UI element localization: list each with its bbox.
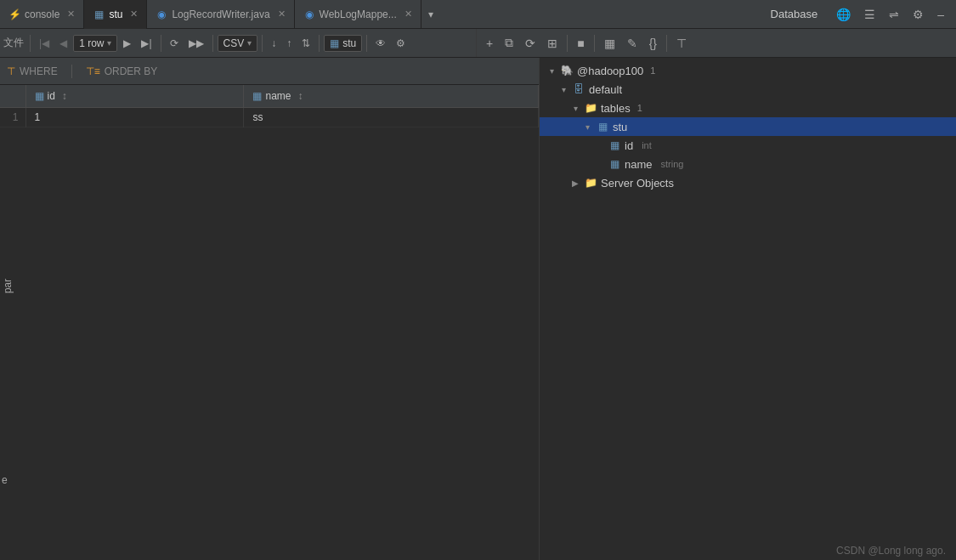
id-col-label: id (625, 139, 633, 152)
data-table: ▦ id ↕ ▦ name ↕ (0, 85, 539, 560)
db-header-buttons: 🌐 ☰ ⇌ ⚙ – (831, 5, 956, 24)
order-by-label: ORDER BY (105, 65, 158, 77)
root-label: @hadoop100 (577, 65, 643, 77)
col-name-sort[interactable]: ↕ (297, 90, 303, 102)
more-nav-btn[interactable]: ▶▶ (184, 35, 208, 52)
tree-item-id[interactable]: ▶ ▦ id int (540, 136, 956, 155)
db-table-view-btn[interactable]: ▦ (600, 34, 619, 53)
db-sql-btn[interactable]: {} (645, 34, 661, 53)
tables-label: tables (601, 102, 631, 115)
eye-btn[interactable]: 👁 (371, 35, 390, 52)
tab-console-close[interactable]: ✕ (67, 8, 75, 20)
db-sync-btn[interactable]: ⇌ (884, 5, 904, 24)
row-1-id[interactable]: 1 (25, 108, 244, 127)
tab-more-btn[interactable]: ▾ (421, 8, 440, 20)
db-list-btn[interactable]: ☰ (859, 5, 880, 24)
db-schema-btn[interactable]: ⊞ (543, 34, 562, 53)
db-copy-btn[interactable]: ⧉ (501, 33, 518, 53)
main-layout: ⊤ WHERE ⊤≡ ORDER BY ▦ id (0, 58, 956, 560)
next-row-btn[interactable]: ▶ (119, 35, 135, 52)
watermark-text: CSDN @Long long ago. (836, 545, 946, 557)
tree-item-default[interactable]: ▾ 🗄 default (540, 80, 956, 99)
tab-weblogmapper-label: WebLogMappe... (320, 8, 397, 20)
csv-arrow[interactable]: ▾ (247, 38, 252, 48)
right-panel: ▾ 🐘 @hadoop100 1 ▾ 🗄 default ▾ 📁 tables … (540, 58, 956, 560)
db-refresh-btn[interactable]: ⟳ (521, 34, 540, 53)
folder-icon: 📁 (584, 101, 597, 115)
row-count-display: 1 row ▾ (73, 35, 117, 52)
db-globe-btn[interactable]: 🌐 (831, 5, 856, 24)
table-selector-icon: ▦ (330, 37, 339, 49)
tab-weblogmapper-close[interactable]: ✕ (404, 8, 412, 20)
row-1-name[interactable]: ss (244, 108, 539, 127)
where-icon: ⊤ (7, 65, 15, 77)
prev-row-btn[interactable]: ◀ (55, 35, 71, 52)
refresh-data-btn[interactable]: ⟳ (166, 35, 183, 52)
row-count-arrow[interactable]: ▾ (107, 38, 111, 48)
first-row-btn[interactable]: |◀ (35, 35, 54, 52)
weblog-icon: ◉ (303, 8, 315, 20)
db-stop-btn[interactable]: ■ (573, 34, 588, 53)
compare-btn[interactable]: ⇅ (297, 35, 314, 52)
file-label-vertical: 文件 (3, 36, 24, 50)
stu-label: stu (613, 121, 627, 133)
stu-expand-arrow[interactable]: ▾ (582, 122, 592, 132)
col-id-sort[interactable]: ↕ (62, 90, 67, 102)
upload-btn[interactable]: ↑ (282, 35, 296, 52)
tab-stu-close[interactable]: ✕ (130, 8, 138, 20)
tab-logrecordwriter[interactable]: ◉ LogRecordWriter.java ✕ (147, 0, 294, 29)
elephant-icon: 🐘 (560, 64, 574, 77)
tab-logrecordwriter-close[interactable]: ✕ (278, 8, 286, 20)
java-icon: ◉ (156, 8, 167, 20)
tables-badge: 1 (637, 103, 642, 113)
col-name-icon: ▦ (252, 90, 262, 102)
console-icon: ⚡ (8, 8, 20, 20)
where-section: ⊤ WHERE (7, 65, 58, 77)
col-name-label: name (265, 90, 291, 102)
db-minimize-btn[interactable]: – (932, 5, 949, 24)
tab-weblogmapper[interactable]: ◉ WebLogMappe... ✕ (295, 0, 421, 29)
csv-btn-group[interactable]: CSV ▾ (218, 35, 258, 52)
order-by-section: ⊤≡ ORDER BY (86, 65, 158, 77)
col-name[interactable]: ▦ name ↕ (244, 85, 539, 108)
db-toolbar: + ⧉ ⟳ ⊞ ■ ▦ ✎ {} ⊤ (477, 29, 956, 58)
settings-query-btn[interactable]: ⚙ (392, 35, 410, 52)
col-rownum (0, 85, 25, 108)
download-btn[interactable]: ↓ (267, 35, 280, 52)
tree-item-stu[interactable]: ▾ ▦ stu (540, 117, 956, 136)
name-col-type: string (661, 159, 684, 169)
col-id-icon: ▦ (35, 90, 44, 102)
id-col-type: int (642, 140, 652, 150)
tab-console[interactable]: ⚡ console ✕ (0, 0, 84, 29)
db-edit-btn[interactable]: ✎ (623, 34, 642, 53)
server-objects-label: Server Objects (601, 177, 674, 189)
tab-console-label: console (25, 8, 59, 20)
last-row-btn[interactable]: ▶| (137, 35, 156, 52)
tab-stu[interactable]: ▦ stu ✕ (84, 0, 147, 29)
table-icon: ▦ (93, 8, 105, 20)
db-filter-btn[interactable]: ⊤ (672, 34, 691, 53)
db-tree: ▾ 🐘 @hadoop100 1 ▾ 🗄 default ▾ 📁 tables … (540, 58, 956, 541)
default-expand-arrow[interactable]: ▾ (558, 85, 569, 94)
root-expand-arrow[interactable]: ▾ (546, 66, 557, 76)
tables-expand-arrow[interactable]: ▾ (570, 104, 580, 113)
tab-bar: ⚡ console ✕ ▦ stu ✕ ◉ LogRecordWriter.ja… (0, 0, 956, 29)
table-selector[interactable]: ▦ stu (324, 35, 362, 52)
where-label: WHERE (20, 65, 58, 77)
tree-root[interactable]: ▾ 🐘 @hadoop100 1 (540, 61, 956, 80)
table-row[interactable]: 1 1 ss (0, 108, 539, 127)
tree-item-name[interactable]: ▶ ▦ name string (540, 155, 956, 173)
db-settings-btn[interactable]: ⚙ (908, 5, 929, 24)
db-add-btn[interactable]: + (482, 34, 497, 53)
tab-logrecordwriter-label: LogRecordWriter.java (172, 8, 269, 20)
col-id-label: id (48, 90, 55, 102)
server-objects-expand-arrow[interactable]: ▶ (570, 178, 580, 188)
order-icon: ⊤≡ (86, 65, 100, 77)
stu-table-icon: ▦ (596, 120, 609, 133)
tree-item-server-objects[interactable]: ▶ 📁 Server Objects (540, 173, 956, 192)
col-id[interactable]: ▦ id ↕ (25, 85, 244, 108)
side-text-e: e (2, 474, 8, 486)
tree-item-tables[interactable]: ▾ 📁 tables 1 (540, 99, 956, 117)
db-icon: 🗄 (572, 82, 585, 96)
row-num-1: 1 (0, 108, 25, 127)
